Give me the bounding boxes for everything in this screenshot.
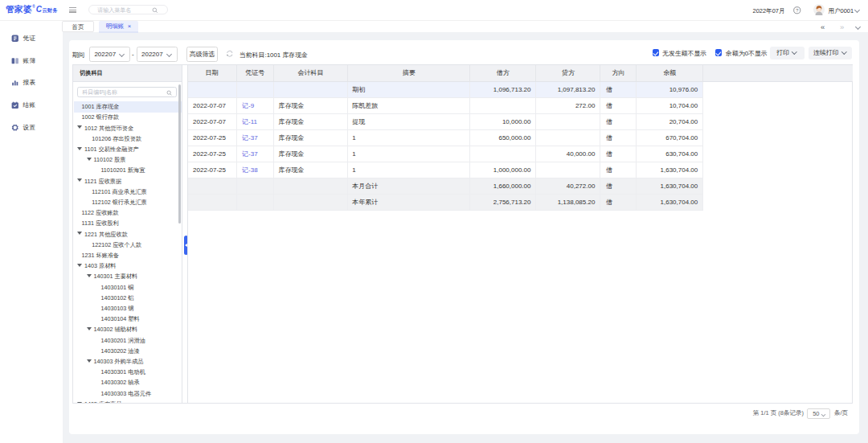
svg-text:?: ? (796, 8, 798, 13)
